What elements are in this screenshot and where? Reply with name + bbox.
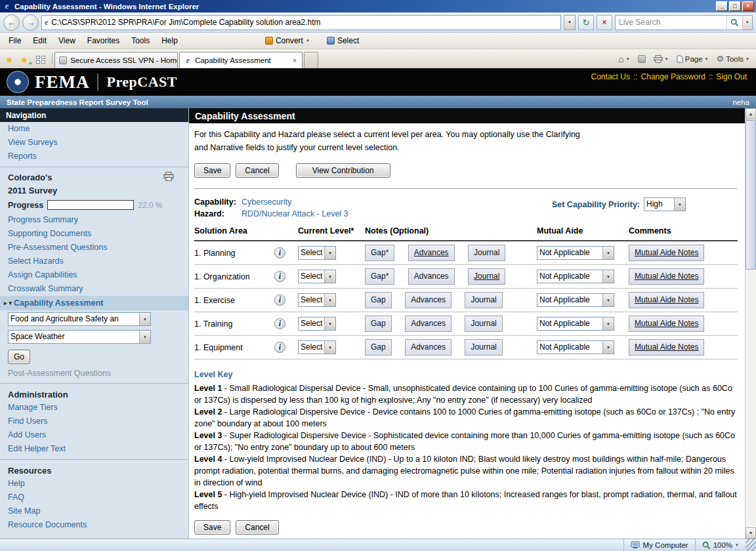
- advances-button[interactable]: Advances: [408, 245, 455, 261]
- info-icon[interactable]: i: [274, 271, 285, 282]
- mutual-aide-select[interactable]: Not Applicable▼: [537, 246, 614, 260]
- sidebar-item-manage-tiers[interactable]: Manage Tiers: [0, 401, 188, 415]
- cancel-button[interactable]: Cancel: [236, 163, 278, 178]
- mutual-aide-select[interactable]: Not Applicable▼: [537, 340, 614, 354]
- gap-button[interactable]: Gap: [365, 339, 392, 356]
- vertical-scrollbar[interactable]: ▲ ▼: [745, 108, 756, 539]
- scroll-track[interactable]: [746, 119, 756, 527]
- cancel-button-bottom[interactable]: Cancel: [236, 520, 278, 535]
- stop-button[interactable]: ×: [597, 15, 612, 30]
- sidebar-item-resource-documents[interactable]: Resource Documents: [0, 518, 188, 532]
- select-button[interactable]: Select: [323, 35, 363, 47]
- feeds-button[interactable]: [635, 53, 649, 65]
- address-text[interactable]: C:\CAS\SPR\2012 SPR\PRA\For Jim\Complete…: [51, 18, 560, 27]
- address-dropdown-button[interactable]: ▼: [564, 15, 576, 30]
- journal-button[interactable]: Journal: [468, 268, 505, 285]
- search-input[interactable]: Live Search: [616, 18, 726, 27]
- menu-file[interactable]: File: [3, 33, 27, 48]
- menu-favorites[interactable]: Favorites: [81, 33, 125, 48]
- menu-help[interactable]: Help: [156, 33, 184, 48]
- info-icon[interactable]: i: [274, 295, 285, 306]
- convert-button[interactable]: Convert ▼: [261, 35, 314, 47]
- journal-button[interactable]: Journal: [468, 245, 505, 261]
- menu-edit[interactable]: Edit: [27, 33, 52, 48]
- mutual-aide-select[interactable]: Not Applicable▼: [537, 317, 614, 331]
- sidebar-item-crosswalk-summary[interactable]: Crosswalk Summary: [0, 282, 188, 296]
- sidebar-item-edit-helper-text[interactable]: Edit Helper Text: [0, 442, 188, 456]
- gap-button[interactable]: Gap*: [365, 268, 394, 285]
- quick-tabs-button[interactable]: [32, 52, 50, 68]
- journal-button[interactable]: Journal: [465, 316, 502, 332]
- scroll-up-button[interactable]: ▲: [746, 108, 756, 119]
- mutual-aide-select[interactable]: Not Applicable▼: [537, 270, 614, 283]
- current-level-select[interactable]: Select▼: [298, 293, 336, 307]
- sidebar-item-find-users[interactable]: Find Users: [0, 415, 188, 428]
- gap-button[interactable]: Gap: [365, 292, 392, 308]
- save-button-bottom[interactable]: Save: [194, 520, 230, 535]
- mutual-aide-notes-button[interactable]: Mutual Aide Notes: [629, 316, 704, 332]
- search-dropdown-button[interactable]: ▼: [742, 16, 752, 30]
- add-favorite-button[interactable]: ★ +: [17, 52, 32, 68]
- gap-button[interactable]: Gap*: [365, 245, 394, 261]
- current-level-select[interactable]: Select▼: [298, 246, 336, 260]
- sidebar-item-pre-assessment-questions[interactable]: Pre-Assessment Questions: [0, 241, 188, 255]
- current-level-select[interactable]: Select▼: [298, 340, 336, 354]
- sidebar-item-assign-capabilities[interactable]: Assign Capabilities: [0, 268, 188, 282]
- minimize-button[interactable]: _: [716, 1, 728, 11]
- menu-tools[interactable]: Tools: [125, 33, 156, 48]
- print-button[interactable]: ▼: [650, 53, 672, 65]
- scroll-thumb[interactable]: [746, 120, 756, 270]
- hazard-select[interactable]: Space Weather ▼: [8, 330, 151, 344]
- info-icon[interactable]: i: [274, 342, 285, 353]
- home-button[interactable]: ⌂ ▼: [615, 52, 633, 66]
- advances-button[interactable]: Advances: [408, 268, 455, 285]
- new-tab-stub[interactable]: [304, 52, 318, 68]
- menu-view[interactable]: View: [52, 33, 81, 48]
- current-level-select[interactable]: Select▼: [298, 317, 336, 331]
- scroll-down-button[interactable]: ▼: [746, 527, 756, 539]
- hazard-value-link[interactable]: RDD/Nuclear Attack - Level 3: [242, 209, 348, 218]
- contact-us-link[interactable]: Contact Us: [591, 72, 630, 81]
- go-button[interactable]: Go: [8, 350, 30, 364]
- tab-close-icon[interactable]: ×: [291, 57, 298, 64]
- tools-menu-button[interactable]: ⚙ Tools ▼: [713, 52, 753, 66]
- sidebar-item-reports[interactable]: Reports: [0, 150, 188, 163]
- print-survey-button[interactable]: [163, 172, 174, 183]
- advances-button[interactable]: Advances: [405, 316, 452, 332]
- sidebar-item-home[interactable]: Home: [0, 122, 188, 136]
- sidebar-item-help[interactable]: Help: [0, 477, 188, 491]
- mutual-aide-notes-button[interactable]: Mutual Aide Notes: [629, 339, 704, 356]
- sidebar-item-site-map[interactable]: Site Map: [0, 504, 188, 518]
- view-contribution-button[interactable]: View Contribution: [296, 163, 390, 178]
- sidebar-item-capability-assessment[interactable]: ▸ ▾ Capability Assessment: [0, 296, 188, 310]
- advances-button[interactable]: Advances: [405, 292, 452, 308]
- sidebar-item-add-users[interactable]: Add Users: [0, 428, 188, 442]
- forward-button[interactable]: →: [22, 14, 39, 31]
- journal-button[interactable]: Journal: [465, 339, 502, 356]
- change-password-link[interactable]: Change Password: [641, 72, 705, 81]
- sidebar-item-supporting-documents[interactable]: Supporting Documents: [0, 227, 188, 241]
- mutual-aide-notes-button[interactable]: Mutual Aide Notes: [629, 245, 704, 261]
- restore-button[interactable]: □: [729, 1, 741, 11]
- capability-value-link[interactable]: Cybersecurity: [242, 197, 291, 207]
- search-icon[interactable]: [726, 16, 742, 30]
- address-input[interactable]: e C:\CAS\SPR\2012 SPR\PRA\For Jim\Comple…: [41, 15, 561, 30]
- mutual-aide-select[interactable]: Not Applicable▼: [537, 293, 614, 307]
- capability-select[interactable]: Food and Agriculture Safety an ▼: [8, 312, 151, 326]
- journal-button[interactable]: Journal: [465, 292, 502, 308]
- gap-button[interactable]: Gap: [365, 316, 392, 332]
- priority-select[interactable]: High ▼: [644, 197, 686, 211]
- sign-out-link[interactable]: Sign Out: [716, 72, 747, 81]
- save-button[interactable]: Save: [194, 163, 230, 178]
- sidebar-item-progress-summary[interactable]: Progress Summary: [0, 213, 188, 227]
- resize-grip[interactable]: [746, 539, 756, 551]
- mutual-aide-notes-button[interactable]: Mutual Aide Notes: [629, 268, 704, 285]
- tab-ssl-vpn[interactable]: Secure Access SSL VPN - Home: [54, 52, 178, 68]
- back-button[interactable]: ←: [3, 14, 20, 31]
- refresh-button[interactable]: ↻: [578, 15, 594, 30]
- sidebar-item-select-hazards[interactable]: Select Hazards: [0, 255, 188, 268]
- advances-button[interactable]: Advances: [405, 339, 452, 356]
- sidebar-item-view-surveys[interactable]: View Surveys: [0, 136, 188, 150]
- mutual-aide-notes-button[interactable]: Mutual Aide Notes: [629, 292, 704, 308]
- info-icon[interactable]: i: [274, 318, 285, 329]
